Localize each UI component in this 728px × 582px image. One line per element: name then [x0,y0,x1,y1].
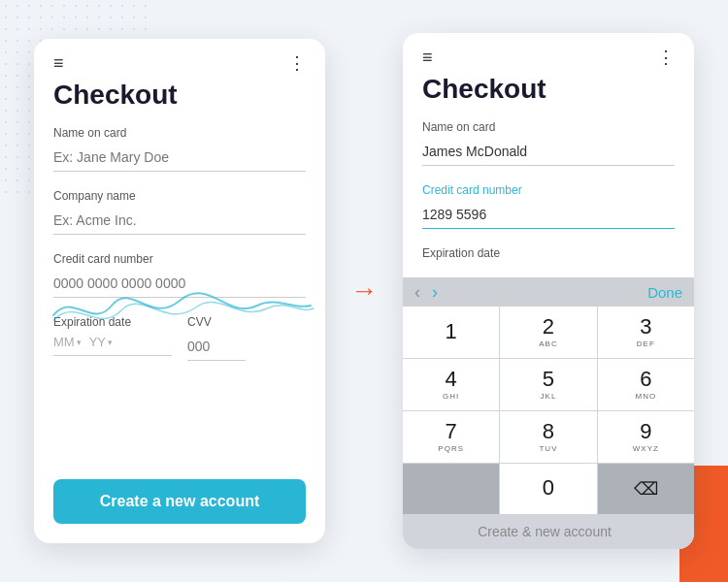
backspace-icon: ⌫ [634,480,658,498]
keyboard-section: ‹ › Done 1 2 ABC 3 DEF [403,277,694,549]
left-form-body: Name on card Company name Credit card nu… [34,126,325,464]
keyboard-grid: 1 2 ABC 3 DEF 4 GHI 5 JKL [403,307,694,514]
key-4[interactable]: 4 GHI [403,359,499,410]
expiry-field-right: Expiration date [422,246,675,260]
expiry-cvv-row: Expiration date MM ▾ YY ▾ CVV [53,315,306,361]
expiry-label-right: Expiration date [422,246,675,260]
name-label-left: Name on card [53,126,306,140]
left-hamburger-icon[interactable]: ≡ [53,54,64,72]
company-label-left: Company name [53,189,306,203]
expiry-select-row: MM ▾ YY ▾ [53,335,172,356]
key-5-main: 5 [543,369,554,390]
key-4-main: 4 [446,369,457,390]
left-screen: ≡ ⋮ Checkout Name on card Company name C… [34,39,325,543]
key-empty [403,464,499,514]
card-number-label-right: Credit card number [422,183,675,197]
key-0[interactable]: 0 [500,464,596,514]
left-header: ≡ ⋮ [34,39,325,80]
key-1[interactable]: 1 [403,307,499,358]
arrow-container: → [345,275,383,307]
right-header: ≡ ⋮ [403,33,694,74]
key-6-main: 6 [640,369,651,390]
right-hamburger-icon[interactable]: ≡ [422,48,433,66]
right-screen: ≡ ⋮ Checkout Name on card Credit card nu… [403,33,694,549]
keyboard-done-button[interactable]: Done [647,284,682,301]
right-screen-title: Checkout [403,74,694,120]
screens-container: ≡ ⋮ Checkout Name on card Company name C… [34,33,694,549]
name-label-right: Name on card [422,120,675,134]
name-field-left: Name on card [53,126,306,172]
left-dots-icon[interactable]: ⋮ [288,54,306,72]
card-number-input-left[interactable] [53,272,306,298]
key-7-sub: PQRS [438,444,464,453]
year-select[interactable]: YY ▾ [89,335,113,349]
card-number-input-right[interactable] [422,203,675,229]
name-input-right[interactable] [422,140,675,166]
transition-arrow-icon: → [350,275,378,307]
year-placeholder: YY [89,335,106,349]
key-6-sub: MNO [635,392,656,401]
key-5-sub: JKL [541,392,557,401]
keyboard-nav: ‹ › [414,283,438,301]
create-button-left[interactable]: Create a new account [53,479,306,524]
expiry-field-left: Expiration date MM ▾ YY ▾ [53,315,172,361]
month-select[interactable]: MM ▾ [53,335,82,349]
key-6[interactable]: 6 MNO [598,359,694,410]
key-8-main: 8 [543,421,554,442]
card-number-field-left: Credit card number [53,252,306,298]
month-placeholder: MM [53,335,75,349]
create-button-partial[interactable]: Create & new account [403,514,686,549]
keyboard-toolbar: ‹ › Done [403,277,694,307]
right-form-body: Name on card Credit card number Expirati… [403,120,694,277]
key-1-main: 1 [446,321,457,342]
key-3[interactable]: 3 DEF [598,307,694,358]
expiry-label-left: Expiration date [53,315,172,329]
company-field-left: Company name [53,189,306,235]
key-2[interactable]: 2 ABC [500,307,596,358]
card-number-label-left: Credit card number [53,252,306,266]
key-9-sub: WXYZ [633,444,659,453]
cvv-field-left: CVV [187,315,306,361]
key-8-sub: TUV [539,444,557,453]
key-2-main: 2 [543,316,554,338]
key-0-main: 0 [543,477,554,499]
key-7[interactable]: 7 PQRS [403,411,499,463]
cvv-input-left[interactable] [187,335,246,361]
key-3-main: 3 [640,316,651,338]
name-field-right: Name on card [422,120,675,166]
key-9-main: 9 [640,421,651,442]
key-5[interactable]: 5 JKL [500,359,596,410]
right-dots-icon[interactable]: ⋮ [657,48,675,66]
key-3-sub: DEF [637,340,655,348]
company-input-left[interactable] [53,209,306,235]
key-4-sub: GHI [443,392,459,401]
key-8[interactable]: 8 TUV [500,411,596,463]
key-9[interactable]: 9 WXYZ [598,411,694,463]
key-7-main: 7 [446,421,457,442]
keyboard-next-icon[interactable]: › [432,283,438,301]
year-chevron-icon: ▾ [108,338,113,347]
key-2-sub: ABC [539,340,557,348]
bottom-partial-bar: Create & new account [403,514,694,549]
name-input-left[interactable] [53,146,306,172]
left-screen-title: Checkout [34,80,325,126]
month-chevron-icon: ▾ [77,338,82,347]
keyboard-prev-icon[interactable]: ‹ [414,283,420,301]
key-backspace[interactable]: ⌫ [598,464,694,514]
cvv-label-left: CVV [187,315,306,329]
card-number-field-right: Credit card number [422,183,675,229]
